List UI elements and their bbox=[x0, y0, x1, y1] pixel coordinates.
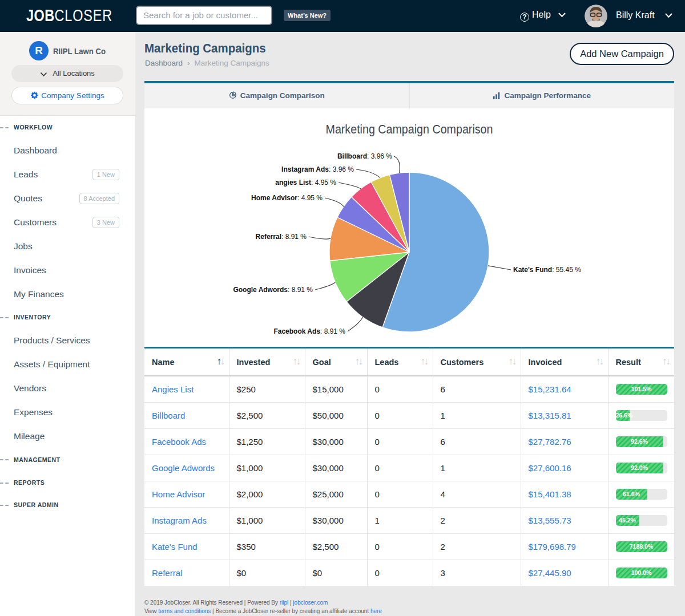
svg-text:Marketing Campaign Comparison: Marketing Campaign Comparison bbox=[326, 123, 493, 136]
svg-text:Facebook Ads: 8.91 %: Facebook Ads: 8.91 % bbox=[273, 327, 345, 335]
svg-text:Referral: 8.91 %: Referral: 8.91 % bbox=[256, 233, 307, 241]
svg-text:Google Adwords: 8.91 %: Google Adwords: 8.91 % bbox=[233, 286, 313, 294]
svg-text:Instagram Ads: 3.96 %: Instagram Ads: 3.96 % bbox=[281, 165, 354, 173]
svg-text:angies List: 4.95 %: angies List: 4.95 % bbox=[275, 179, 336, 187]
svg-text:Billboard: 3.96 %: Billboard: 3.96 % bbox=[337, 152, 392, 160]
svg-text:Home Advisor: 4.95 %: Home Advisor: 4.95 % bbox=[251, 194, 323, 202]
svg-text:Kate's Fund: 55.45 %: Kate's Fund: 55.45 % bbox=[513, 266, 581, 274]
